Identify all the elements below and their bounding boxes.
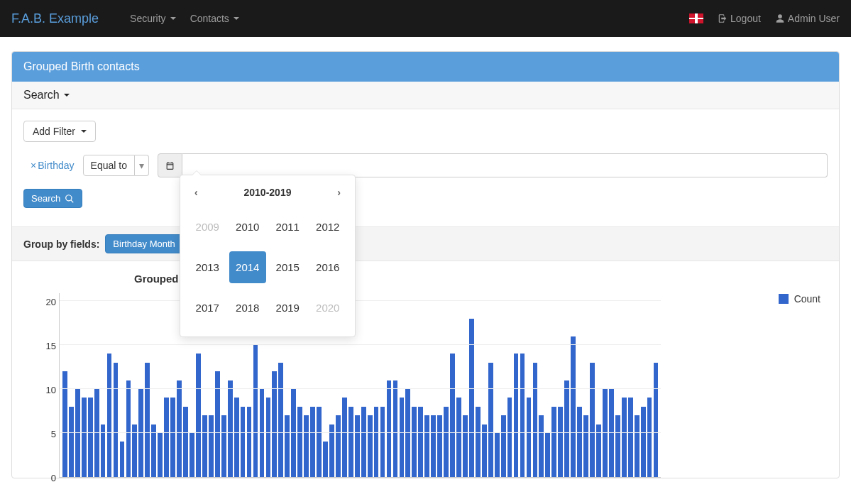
user-menu[interactable]: Admin User xyxy=(775,13,840,24)
search-button[interactable]: Search xyxy=(23,189,82,208)
datepicker-year-2013[interactable]: 2013 xyxy=(189,251,226,283)
datepicker-year-2011[interactable]: 2011 xyxy=(269,211,307,243)
datepicker-year-2014[interactable]: 2014 xyxy=(229,251,267,283)
bar xyxy=(495,433,500,477)
bar xyxy=(215,371,220,477)
date-input[interactable] xyxy=(182,153,828,177)
bar xyxy=(622,398,627,477)
filter-field-label: Birthday xyxy=(38,160,74,171)
menu-contacts[interactable]: Contacts xyxy=(190,13,239,24)
menu-security[interactable]: Security xyxy=(130,13,176,24)
menu-contacts-label: Contacts xyxy=(190,13,229,24)
bar xyxy=(527,398,532,477)
datepicker-year-2015[interactable]: 2015 xyxy=(269,251,307,283)
bar xyxy=(82,398,87,477)
language-flag-icon[interactable] xyxy=(689,13,703,23)
datepicker-year-2010[interactable]: 2010 xyxy=(229,211,267,243)
bar xyxy=(476,407,481,477)
page-container: Grouped Birth contacts Search Add Filter… xyxy=(0,37,851,493)
filter-remove-link[interactable]: × Birthday xyxy=(31,160,75,171)
bar xyxy=(514,354,519,477)
bar xyxy=(387,380,392,477)
search-icon xyxy=(65,194,75,204)
bar xyxy=(424,415,429,477)
bar xyxy=(558,407,563,477)
logout-icon xyxy=(718,13,728,23)
bar xyxy=(342,398,347,477)
panel: Grouped Birth contacts Search Add Filter… xyxy=(11,51,840,478)
groupby-label: Group by fields: xyxy=(23,239,99,250)
bar xyxy=(126,380,131,477)
datepicker-year-2009[interactable]: 2009 xyxy=(189,211,226,243)
datepicker-year-2016[interactable]: 2016 xyxy=(309,251,347,283)
datepicker-year-2019[interactable]: 2019 xyxy=(269,292,307,324)
bar xyxy=(571,336,576,477)
bar xyxy=(654,363,659,477)
caret-icon xyxy=(234,17,239,20)
calendar-icon xyxy=(165,161,175,170)
bar xyxy=(590,363,595,477)
bar xyxy=(75,389,80,477)
panel-body: Add Filter × Birthday Equal to ▾ xyxy=(12,109,839,219)
datepicker-next-button[interactable]: › xyxy=(333,187,345,198)
logout-link[interactable]: Logout xyxy=(718,13,761,24)
add-filter-button[interactable]: Add Filter xyxy=(23,121,96,142)
bar xyxy=(253,345,258,477)
add-filter-label: Add Filter xyxy=(33,126,75,137)
bar xyxy=(507,398,512,477)
bar xyxy=(285,415,290,477)
operator-select[interactable]: Equal to ▾ xyxy=(83,155,149,176)
gridline xyxy=(60,300,661,301)
bar xyxy=(374,407,379,477)
bar xyxy=(444,407,449,477)
y-tick: 10 xyxy=(46,385,56,395)
search-label: Search xyxy=(23,89,60,102)
search-button-label: Search xyxy=(31,193,60,204)
datepicker-year-2017[interactable]: 2017 xyxy=(189,292,226,324)
operator-value: Equal to xyxy=(83,155,135,176)
datepicker-range-label[interactable]: 2010-2019 xyxy=(244,187,292,198)
bar xyxy=(564,380,569,477)
datepicker-prev-button[interactable]: ‹ xyxy=(190,187,202,198)
legend: Count xyxy=(779,293,820,305)
bar xyxy=(450,354,455,477)
bar xyxy=(628,398,633,477)
y-tick: 20 xyxy=(46,297,56,307)
datepicker-year-2020[interactable]: 2020 xyxy=(309,292,347,324)
bar xyxy=(164,398,169,477)
bar xyxy=(368,415,373,477)
bar xyxy=(170,398,175,477)
bar xyxy=(400,398,405,477)
bar xyxy=(272,371,277,477)
bar xyxy=(488,363,493,477)
filter-row: × Birthday Equal to ▾ xyxy=(31,153,828,177)
bar xyxy=(641,407,646,477)
bar xyxy=(635,415,639,477)
bar xyxy=(323,442,328,477)
datepicker-grid: 2009201020112012201320142015201620172018… xyxy=(187,207,348,329)
datepicker-year-2012[interactable]: 2012 xyxy=(309,211,347,243)
bar xyxy=(278,363,283,477)
bar xyxy=(412,407,417,477)
bar xyxy=(361,407,366,477)
calendar-addon[interactable] xyxy=(158,153,182,177)
date-input-group xyxy=(158,153,828,177)
bar xyxy=(209,415,214,477)
bar xyxy=(145,363,150,477)
bar xyxy=(551,407,556,477)
bar xyxy=(336,415,341,477)
plot-area xyxy=(59,293,661,478)
chevron-down-icon: ▾ xyxy=(135,155,149,176)
bar xyxy=(120,442,125,477)
bar xyxy=(418,407,423,477)
bar xyxy=(114,363,119,477)
datepicker-year-2018[interactable]: 2018 xyxy=(229,292,267,324)
bar xyxy=(539,415,544,477)
navbar: F.A.B. Example Security Contacts Logout … xyxy=(0,0,851,37)
groupby-option-0[interactable]: Birthday Month xyxy=(105,234,182,253)
bar xyxy=(520,354,525,477)
brand-link[interactable]: F.A.B. Example xyxy=(11,11,99,26)
search-toggle[interactable]: Search xyxy=(12,82,839,109)
panel-heading: Grouped Birth contacts xyxy=(12,52,839,82)
y-tick: 0 xyxy=(51,473,56,483)
